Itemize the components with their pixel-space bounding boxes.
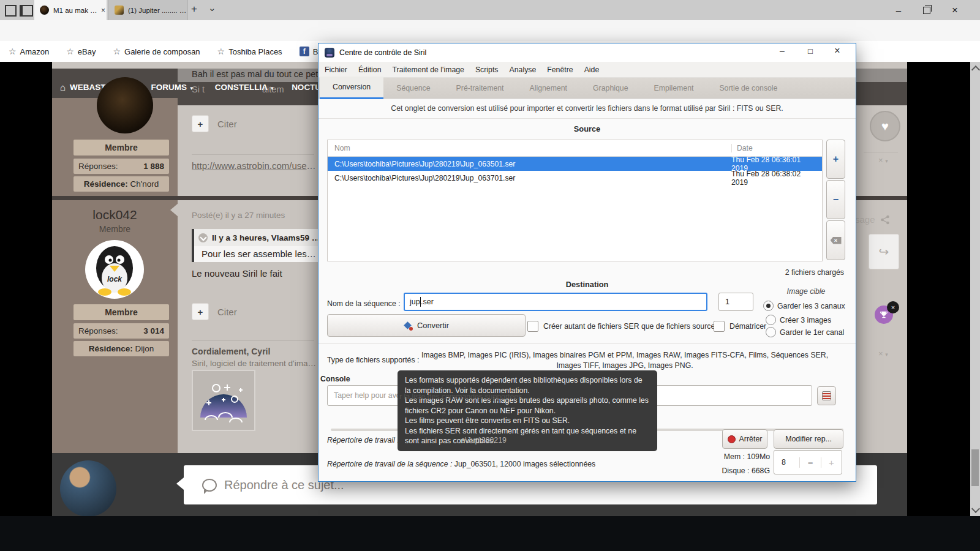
tab-pretraitement[interactable]: Pré-traitement — [443, 78, 517, 99]
post2-sig-line: Siril, logiciel de traitement d'images — [192, 359, 318, 368]
siril-maximize-button[interactable]: □ — [801, 47, 820, 56]
scroll-down-icon[interactable] — [971, 504, 980, 513]
quote-header: Il y a 3 heures, Vlaams59 a d — [212, 233, 320, 242]
nav-constellia[interactable]: CONSTELLIA ▼ — [215, 83, 274, 92]
bookmark-galerie[interactable]: ☆Galerie de composan — [113, 41, 200, 62]
stop-button[interactable]: Arrêter — [722, 429, 767, 449]
browser-address-row: ← → ↻ ⌂ https://www.webastro.net/forums/… — [0, 20, 980, 42]
forum-bg-text-1: Bah il est pas mal du tout ce petit — [192, 69, 323, 79]
post1-avatar[interactable] — [97, 77, 153, 133]
menu-fenetre[interactable]: Fenêtre — [547, 66, 573, 74]
menu-scripts[interactable]: Scripts — [475, 66, 499, 74]
quote-chevron-icon[interactable] — [198, 233, 208, 242]
post2-cite-button[interactable]: + Citer — [192, 303, 237, 320]
plus-icon[interactable]: + — [192, 115, 209, 132]
moderation-menu-1[interactable]: × ▾ — [878, 156, 888, 165]
browser-close-button[interactable]: × — [941, 0, 969, 20]
page-right-gap — [907, 62, 970, 516]
radio-icon — [763, 301, 774, 311]
post1-astrobin-link[interactable]: http://www.astrobin.com/users/Vla — [192, 160, 318, 171]
console-label: Console — [320, 375, 350, 383]
tab-conversion[interactable]: Conversion — [320, 77, 383, 99]
browser-minimize-button[interactable]: – — [884, 0, 913, 20]
col-nom[interactable]: Nom — [328, 144, 731, 152]
scrollbar-thumb[interactable] — [971, 449, 979, 486]
menu-edition[interactable]: Édition — [358, 66, 382, 74]
quote-reply-button[interactable]: ↪ — [869, 234, 899, 269]
nav-forums[interactable]: FORUMS ▼ — [151, 83, 194, 92]
change-dir-button[interactable]: Modifier rep... — [774, 429, 843, 449]
threads-plus-button[interactable]: + — [821, 457, 842, 468]
threads-minus-button[interactable]: − — [799, 457, 820, 468]
tab-inactive[interactable]: (1) Jupiter ........ ça devient tr — [108, 0, 188, 20]
tab-sortie-console[interactable]: Sortie de console — [706, 78, 790, 99]
remove-file-button[interactable]: − — [826, 180, 845, 219]
bookmark-amazon[interactable]: ☆Amazon — [9, 41, 49, 62]
post1-cite-button[interactable]: + Citer — [192, 115, 237, 132]
post2-author[interactable]: lock042 — [52, 208, 178, 222]
tab-graphique[interactable]: Graphique — [580, 78, 641, 99]
home-icon[interactable]: ⌂ — [60, 82, 66, 92]
star-icon: ☆ — [217, 47, 225, 56]
tab2-title: (1) Jupiter ........ ça devient tr — [128, 7, 187, 14]
set-tabs-aside-icon[interactable] — [5, 5, 17, 17]
col-date[interactable]: Date — [731, 144, 753, 152]
sequence-name-label: Nom de la séquence : — [327, 299, 401, 308]
menu-analyse[interactable]: Analyse — [510, 66, 537, 74]
plus-icon: + — [833, 154, 839, 165]
bookmark-ebay[interactable]: ☆eBay — [66, 41, 96, 62]
table-row[interactable]: C:\Users\tochiba\Pictures\Jup\280219\Jup… — [328, 171, 822, 185]
divider — [192, 154, 314, 155]
new-tab-button[interactable]: + — [191, 3, 197, 15]
menu-aide[interactable]: Aide — [584, 66, 600, 74]
scroll-up-icon[interactable] — [971, 66, 980, 74]
threads-spinner[interactable]: 8 − + — [774, 450, 842, 474]
checkbox-icon — [714, 321, 725, 332]
add-files-button[interactable]: + — [826, 140, 845, 179]
reply-avatar — [60, 460, 116, 517]
divider — [318, 118, 856, 119]
page-scrollbar[interactable] — [970, 62, 980, 516]
sequence-name-input[interactable]: jup.ser — [404, 293, 707, 311]
tab1-close-icon[interactable]: × — [101, 6, 105, 15]
seqdir-line: Répertoire de travail de la séquence : J… — [327, 460, 595, 468]
menu-fichier[interactable]: Fichier — [325, 66, 347, 74]
browser-restore-button[interactable] — [913, 0, 941, 20]
source-file-table[interactable]: Nom Date C:\Users\tochiba\Pictures\Jup\2… — [327, 140, 823, 261]
tab-list-chevron-icon[interactable]: ⌄ — [208, 2, 216, 13]
radio-garder-1er-canal[interactable]: Garder le 1er canal — [766, 327, 844, 337]
speech-bubble-icon — [202, 479, 217, 492]
bookmark-toshiba[interactable]: ☆Toshiba Places — [217, 41, 282, 62]
start-index-spinner[interactable]: 1 — [718, 293, 753, 311]
like-heart-button[interactable]: ♥ — [870, 111, 900, 141]
radio-garder-3-canaux[interactable]: Garder les 3 canaux — [763, 301, 845, 311]
tab-empilement[interactable]: Empilement — [641, 78, 706, 99]
star-icon: ☆ — [113, 47, 121, 56]
table-header[interactable]: Nom Date — [328, 140, 822, 157]
post2-replies-row: Réponses: 3 014 — [74, 323, 169, 339]
console-expand-button[interactable] — [817, 386, 836, 405]
share-nodes-icon — [880, 215, 890, 225]
tabs-preview-icon[interactable] — [20, 5, 33, 17]
tab-alignement[interactable]: Alignement — [517, 78, 581, 99]
share-post-row[interactable]: sage — [855, 214, 890, 225]
siril-minimize-button[interactable]: – — [773, 46, 791, 56]
tab-sequence[interactable]: Séquence — [383, 78, 443, 99]
files-loaded-label: 2 fichiers chargés — [685, 268, 844, 277]
checkbox-dematricer[interactable]: Dématricer — [714, 321, 766, 332]
plus-icon[interactable]: + — [192, 303, 209, 320]
remove-reaction-badge[interactable]: × — [887, 301, 899, 313]
mem-label: Mem : 109Mo — [686, 452, 770, 461]
siril-titlebar[interactable]: Centre de contrôle de Siril – □ × — [318, 43, 856, 62]
radio-creer-3-images[interactable]: Créer 3 images — [766, 315, 831, 325]
siril-close-button[interactable]: × — [828, 45, 846, 56]
reply-arrow — [176, 478, 184, 490]
moderation-menu-2[interactable]: × ▾ — [878, 349, 888, 358]
checkbox-multiple-ser[interactable]: Créer autant de fichiers SER que de fich… — [527, 321, 718, 332]
clear-list-button[interactable]: × — [826, 220, 845, 260]
menu-traitement[interactable]: Traitement de l'image — [393, 66, 464, 74]
convert-button[interactable]: Convertir — [327, 314, 526, 337]
tab-active[interactable]: M1 au mak 127, beaucc × — [34, 0, 107, 20]
share-label-fragment: sage — [855, 214, 875, 225]
post2-avatar[interactable]: lock — [85, 240, 144, 299]
